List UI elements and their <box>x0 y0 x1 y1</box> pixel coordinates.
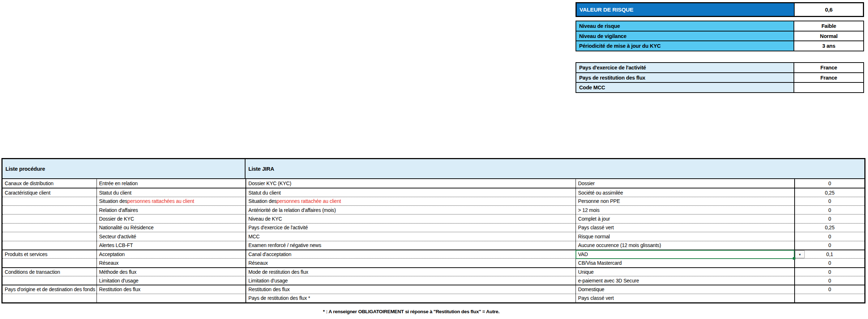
answer-cell[interactable]: Domestique <box>576 285 794 293</box>
category-cell[interactable] <box>3 241 97 250</box>
jira-cell[interactable]: Dossier KYC (KYC) <box>245 179 576 188</box>
category-cell[interactable] <box>3 223 97 232</box>
jira-cell[interactable]: Pays de restitution des flux * <box>245 294 576 302</box>
procedure-cell-text: Statut du client <box>99 190 131 196</box>
score-cell[interactable]: 0 <box>794 197 864 205</box>
jira-cell[interactable]: Situation des personnes rattachée au cli… <box>245 197 576 205</box>
jira-cell[interactable]: Statut du client <box>245 188 576 196</box>
category-cell[interactable] <box>3 276 97 285</box>
score-cell[interactable]: 0,25 <box>794 188 864 196</box>
summary-value-cell[interactable]: 3 ans <box>794 41 863 51</box>
matrix-header-liste-jira[interactable]: Liste JIRA <box>245 159 864 178</box>
procedure-cell[interactable]: Limitation d'usage <box>97 276 245 285</box>
jira-cell[interactable]: Mode de restitution des flux <box>245 267 576 276</box>
score-cell[interactable]: 0 <box>794 276 864 285</box>
score-cell[interactable]: 0 <box>794 214 864 223</box>
procedure-cell[interactable]: Relation d'affaires <box>97 205 245 214</box>
answer-cell[interactable]: CB/Visa Mastercard <box>576 258 794 267</box>
category-cell[interactable] <box>3 258 97 267</box>
procedure-cell[interactable]: Réseaux <box>97 258 245 267</box>
category-cell[interactable] <box>3 197 97 205</box>
answer-cell[interactable]: Risque normal <box>576 232 794 241</box>
jira-cell[interactable]: Limitation d'usage <box>245 276 576 285</box>
category-cell[interactable] <box>3 294 97 302</box>
summary-label-cell[interactable]: Code MCC <box>576 83 794 92</box>
answer-cell[interactable]: Aucune occurence (12 mois glissants) <box>576 241 794 250</box>
summary-label-cell[interactable]: Pays d'exercice de l'activité <box>576 63 794 72</box>
score-cell[interactable]: 0 <box>794 285 864 293</box>
procedure-cell[interactable]: Alertes LCB-FT <box>97 241 245 250</box>
category-cell[interactable]: Pays d'origine et de destination des fon… <box>3 285 97 293</box>
procedure-cell-text: Entrée en relation <box>99 180 138 186</box>
jira-cell[interactable]: MCC <box>245 232 576 241</box>
summary-value-cell[interactable]: Normal <box>794 31 863 41</box>
answer-cell[interactable]: VAD▾ <box>576 250 794 258</box>
category-cell[interactable] <box>3 205 97 214</box>
answer-cell[interactable]: Société ou assimilée <box>576 188 794 196</box>
answer-cell[interactable]: Unique <box>576 267 794 276</box>
score-cell-text: 0 <box>828 269 831 275</box>
score-cell[interactable]: 0 <box>794 258 864 267</box>
jira-cell[interactable]: Antériorité de la relation d'affaires (m… <box>245 205 576 214</box>
category-cell[interactable]: Canaux de distribution <box>3 179 97 188</box>
procedure-cell[interactable]: Secteur d'activité <box>97 232 245 241</box>
category-cell[interactable]: Produits et services <box>3 250 97 258</box>
category-cell[interactable] <box>3 232 97 241</box>
answer-cell[interactable]: e-paiement avec 3D Secure <box>576 276 794 285</box>
score-cell-text: 0 <box>828 216 831 222</box>
summary-value-cell[interactable]: France <box>794 63 863 72</box>
summary-value-cell[interactable] <box>794 83 863 92</box>
jira-cell[interactable]: Canal d'acceptation <box>245 250 576 258</box>
summary-value-cell[interactable]: Faible <box>794 21 863 31</box>
jira-cell-text: Pays de restitution des flux * <box>248 295 310 301</box>
selection-fill-handle[interactable] <box>793 257 795 260</box>
procedure-cell[interactable]: Nationalité ou Résidence <box>97 223 245 232</box>
answer-cell[interactable]: Dossier <box>576 179 794 188</box>
matrix-header-liste-procedure[interactable]: Liste procédure <box>3 159 245 178</box>
summary-label-cell[interactable]: Niveau de vigilance <box>576 31 794 41</box>
procedure-cell[interactable] <box>97 294 245 302</box>
answer-cell[interactable]: Pays classé vert <box>576 223 794 232</box>
procedure-cell[interactable]: Entrée en relation <box>97 179 245 188</box>
summary-label-cell[interactable]: Niveau de risque <box>576 21 794 31</box>
jira-cell[interactable]: Réseaux <box>245 258 576 267</box>
answer-cell[interactable]: > 12 mois <box>576 205 794 214</box>
activity-info-table-row: Code MCC <box>576 82 863 92</box>
risk-value-cell[interactable]: 0,6 <box>794 3 863 16</box>
category-cell[interactable] <box>3 214 97 223</box>
jira-cell[interactable]: Pays d'exercice de l'activité <box>245 223 576 232</box>
procedure-cell[interactable]: Dossier de KYC <box>97 214 245 223</box>
score-cell[interactable]: 0 <box>794 241 864 250</box>
answer-cell-text: > 12 mois <box>578 207 599 213</box>
answer-cell[interactable]: Pays classé vert <box>576 294 794 302</box>
jira-cell[interactable]: Niveau de KYC <box>245 214 576 223</box>
score-cell[interactable]: 0 <box>794 205 864 214</box>
score-cell[interactable]: 0 <box>794 267 864 276</box>
risk-value-label-cell[interactable]: VALEUR DE RISQUE <box>577 3 794 16</box>
procedure-cell[interactable]: Acceptation <box>97 250 245 258</box>
answer-cell[interactable]: Personne non PPE <box>576 197 794 205</box>
score-cell[interactable]: 0 <box>794 232 864 241</box>
answer-cell-text: e-paiement avec 3D Secure <box>578 278 639 284</box>
dropdown-button[interactable]: ▾ <box>795 250 805 258</box>
procedure-cell[interactable]: Restitution des flux <box>97 285 245 293</box>
procedure-cell[interactable]: Méthode des flux <box>97 267 245 276</box>
procedure-cell-text: Nationalité ou Résidence <box>99 225 154 230</box>
score-cell[interactable]: 0 <box>794 179 864 188</box>
score-cell[interactable]: 0,1 <box>794 250 864 258</box>
jira-cell[interactable]: Examen renforcé / négative news <box>245 241 576 250</box>
summary-label-cell[interactable]: Pays de restitution des flux <box>576 73 794 82</box>
procedure-cell[interactable]: Situation des personnes rattachées au cl… <box>97 197 245 205</box>
category-cell[interactable]: Caractéristique client <box>3 188 97 196</box>
category-cell[interactable]: Conditions de transaction <box>3 267 97 276</box>
jira-cell-red-text: personnes rattachée au client <box>277 198 341 204</box>
jira-cell[interactable]: Restitution des flux <box>245 285 576 293</box>
procedure-cell[interactable]: Statut du client <box>97 188 245 196</box>
answer-cell[interactable]: Complet à jour <box>576 214 794 223</box>
jira-cell-text: Réseaux <box>248 260 268 266</box>
summary-value-cell[interactable]: France <box>794 73 863 82</box>
summary-label-cell[interactable]: Périodicité de mise à jour du KYC <box>576 41 794 51</box>
score-cell[interactable]: 0,25 <box>794 223 864 232</box>
score-cell-text: 0 <box>828 234 831 239</box>
score-cell[interactable] <box>794 294 864 302</box>
